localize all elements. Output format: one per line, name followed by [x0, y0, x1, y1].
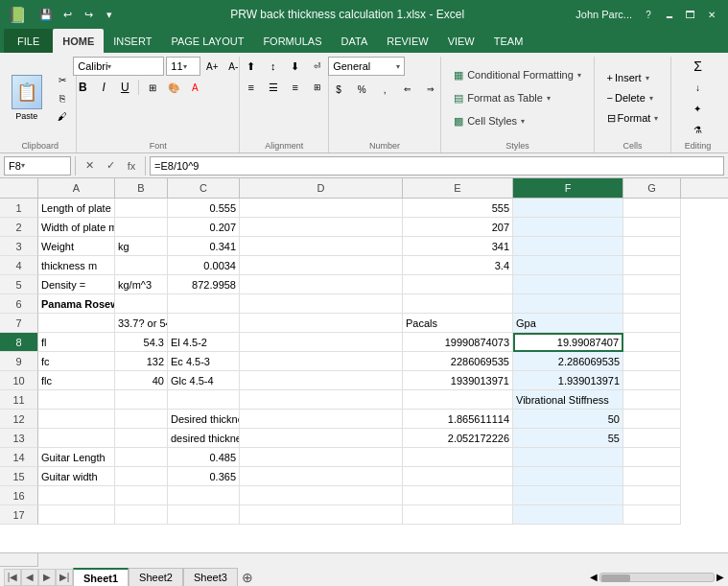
cell-d13[interactable]	[240, 429, 403, 448]
align-center-button[interactable]: ☰	[263, 78, 284, 97]
cell-d15[interactable]	[240, 467, 403, 486]
cell-f2[interactable]	[513, 218, 623, 237]
qat-more-button[interactable]: ▾	[100, 5, 119, 24]
cell-g5[interactable]	[623, 275, 681, 294]
row-header-2[interactable]: 2	[0, 218, 38, 237]
italic-button[interactable]: I	[94, 78, 113, 97]
increase-font-button[interactable]: A+	[202, 57, 222, 76]
cell-c13[interactable]: desired thickness ss	[168, 429, 240, 448]
cell-b5[interactable]: kg/m^3	[115, 275, 168, 294]
formula-input[interactable]: =E8/10^9	[150, 156, 724, 176]
scroll-left-button[interactable]: ◀	[590, 572, 598, 582]
sheet-tab-2[interactable]: Sheet2	[129, 568, 183, 587]
cell-reference-box[interactable]: F8 ▾	[4, 156, 71, 176]
paste-button[interactable]: 📋 Paste	[6, 73, 48, 123]
tab-prev-button[interactable]: ◀	[21, 569, 38, 586]
cell-e15[interactable]	[403, 467, 513, 486]
cell-e16[interactable]	[403, 486, 513, 505]
col-header-b[interactable]: B	[115, 178, 168, 198]
row-header-10[interactable]: 10	[0, 371, 38, 390]
fill-color-button[interactable]: 🎨	[164, 78, 183, 97]
cell-g16[interactable]	[623, 486, 681, 505]
cell-e12[interactable]: 1.865611114	[403, 410, 513, 429]
delete-cells-button[interactable]: − Delete ▾	[601, 88, 665, 107]
cell-d3[interactable]	[240, 237, 403, 256]
cell-f7[interactable]: Gpa	[513, 314, 623, 333]
row-header-13[interactable]: 13	[0, 429, 38, 448]
cell-f16[interactable]	[513, 486, 623, 505]
cell-c1[interactable]: 0.555	[168, 199, 240, 218]
align-right-button[interactable]: ≡	[285, 78, 306, 97]
tab-insert[interactable]: INSERT	[104, 29, 161, 53]
cell-f14[interactable]	[513, 448, 623, 467]
cut-button[interactable]: ✂	[50, 71, 75, 88]
add-sheet-button[interactable]: ⊕	[238, 569, 257, 586]
cell-e14[interactable]	[403, 448, 513, 467]
tab-first-button[interactable]: |◀	[4, 569, 21, 586]
cell-b13[interactable]	[115, 429, 168, 448]
cell-b12[interactable]	[115, 410, 168, 429]
comma-button[interactable]: ,	[374, 80, 395, 99]
cell-d1[interactable]	[240, 199, 403, 218]
scroll-right-button[interactable]: ▶	[716, 572, 724, 582]
border-button[interactable]: ⊞	[143, 78, 162, 97]
maximize-button[interactable]: 🗖	[682, 6, 699, 23]
tab-view[interactable]: VIEW	[438, 29, 484, 53]
row-header-1[interactable]: 1	[0, 199, 38, 218]
row-header-7[interactable]: 7	[0, 314, 38, 333]
format-cells-button[interactable]: ⊟ Format ▾	[601, 108, 665, 128]
tab-review[interactable]: REVIEW	[377, 29, 437, 53]
cell-b15[interactable]	[115, 467, 168, 486]
cell-g4[interactable]	[623, 256, 681, 275]
cell-f15[interactable]	[513, 467, 623, 486]
cell-d7[interactable]	[240, 314, 403, 333]
cell-e4[interactable]: 3.4	[403, 256, 513, 275]
cell-e1[interactable]: 555	[403, 199, 513, 218]
col-header-c[interactable]: C	[168, 178, 240, 198]
row-header-11[interactable]: 11	[0, 390, 38, 410]
sheet-tab-3[interactable]: Sheet3	[183, 568, 238, 587]
cell-e9[interactable]: 2286069535	[403, 352, 513, 371]
cell-a2[interactable]: Width of plate m	[38, 218, 115, 237]
tab-home[interactable]: HOME	[53, 29, 104, 53]
col-header-d[interactable]: D	[240, 178, 403, 198]
format-as-table-button[interactable]: ▤ Format as Table ▾	[446, 87, 589, 108]
cell-a15[interactable]: Guitar width	[38, 467, 115, 486]
cell-c2[interactable]: 0.207	[168, 218, 240, 237]
cell-c17[interactable]	[168, 505, 240, 525]
cell-c10[interactable]: Glc 4.5-4	[168, 371, 240, 390]
cell-e13[interactable]: 2.052172226	[403, 429, 513, 448]
cell-f3[interactable]	[513, 237, 623, 256]
insert-function-button[interactable]: fx	[122, 156, 141, 176]
cell-g13[interactable]	[623, 429, 681, 448]
cell-g7[interactable]	[623, 314, 681, 333]
cell-a6[interactable]: Panama Rosewood	[38, 294, 115, 314]
underline-button[interactable]: U	[115, 78, 134, 97]
cell-b7[interactable]: 33.7? or 54.3	[115, 314, 168, 333]
cell-c6[interactable]	[168, 294, 240, 314]
tab-data[interactable]: DATA	[332, 29, 378, 53]
cell-f13[interactable]: 55	[513, 429, 623, 448]
cell-f1[interactable]	[513, 199, 623, 218]
row-header-12[interactable]: 12	[0, 410, 38, 429]
cell-a16[interactable]	[38, 486, 115, 505]
cell-a14[interactable]: Guitar Length	[38, 448, 115, 467]
tab-next-button[interactable]: ▶	[38, 569, 56, 586]
cell-f4[interactable]	[513, 256, 623, 275]
cell-c8[interactable]: El 4.5-2	[168, 333, 240, 352]
tab-team[interactable]: TEAM	[484, 29, 533, 53]
cell-g8[interactable]	[623, 333, 681, 352]
cell-f11[interactable]: Vibrational Stiffness	[513, 390, 623, 410]
align-top-button[interactable]: ⬆	[241, 57, 262, 76]
cell-d14[interactable]	[240, 448, 403, 467]
cell-b6[interactable]	[115, 294, 168, 314]
cell-d11[interactable]	[240, 390, 403, 410]
cell-b9[interactable]: 132	[115, 352, 168, 371]
cell-b14[interactable]	[115, 448, 168, 467]
confirm-formula-button[interactable]: ✓	[101, 156, 120, 176]
cell-b8[interactable]: 54.3	[115, 333, 168, 352]
cell-g9[interactable]	[623, 352, 681, 371]
cell-g17[interactable]	[623, 505, 681, 525]
cell-c11[interactable]	[168, 390, 240, 410]
h-scrollbar[interactable]	[599, 573, 715, 582]
